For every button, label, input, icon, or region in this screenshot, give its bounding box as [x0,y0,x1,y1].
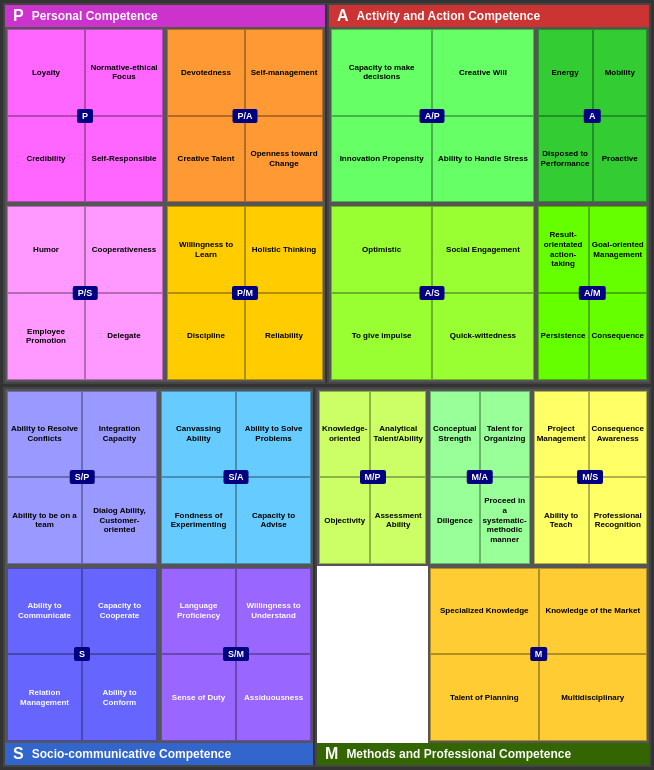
s-letter: S [13,745,24,763]
m-letter: M [325,745,338,763]
m1-badge: M/P [360,470,386,484]
a4-cell-4: Consequence [589,293,647,380]
m-block-3: Project Management Consequence Awareness… [532,389,649,566]
s4-cell-1: Language Proficiency [161,568,236,655]
m1-cell-1: Knowledge-oriented [319,391,370,478]
s-quadrant: Ability to Resolve Conflicts Integration… [3,387,315,768]
a3-badge: A/S [420,286,445,300]
a2-cell-3: Disposed to Performance [538,116,593,203]
m4-cell-2: Knowledge of the Market [539,568,647,655]
m2-cell-3: Diligence [430,477,480,564]
p3-cell-2: Cooperativeness [85,206,163,293]
m2-cell-4: Proceed in a systematic-methodic manner [480,477,530,564]
p1-cell-2: Normative-ethical Focus [85,29,163,116]
m2-badge: M/A [467,470,494,484]
s1-cell-1: Ability to Resolve Conflicts [7,391,82,478]
p3-badge: P/S [73,286,98,300]
s-block-1: Ability to Resolve Conflicts Integration… [5,389,159,566]
m-title: Methods and Professional Competence [346,747,571,761]
a4-cell-2: Goal-oriented Management [589,206,647,293]
s1-badge: S/P [70,470,95,484]
p2-cell-4: Openness toward Change [245,116,323,203]
m3-badge: M/S [577,470,603,484]
s4-cell-4: Assiduousness [236,654,311,741]
a1-cell-2: Creative Will [432,29,533,116]
m3-cell-2: Consequence Awareness [589,391,647,478]
s2-cell-4: Capacity to Advise [236,477,311,564]
m1-cell-3: Objectivity [319,477,370,564]
a2-badge: A [584,109,601,123]
m4-cell-1: Specialized Knowledge [430,568,538,655]
s3-badge: S [74,647,90,661]
m1-cell-2: Analytical Talent/Ability [370,391,426,478]
m-footer: M Methods and Professional Competence [317,743,649,765]
p4-cell-2: Holistic Thinking [245,206,323,293]
p1-cell-4: Self-Responsible [85,116,163,203]
a3-cell-4: Quick-wittedness [432,293,533,380]
a-title: Activity and Action Competence [357,9,541,23]
p2-cell-3: Creative Talent [167,116,245,203]
p1-cell-1: Loyalty [7,29,85,116]
a2-cell-2: Mobility [593,29,647,116]
p4-cell-3: Discipline [167,293,245,380]
m-quadrant: Knowledge-oriented Analytical Talent/Abi… [315,387,651,768]
s1-cell-3: Ability to be on a team [7,477,82,564]
p-title: Personal Competence [32,9,158,23]
a1-badge: A/P [420,109,445,123]
a1-cell-4: Ability to Handle Stress [432,116,533,203]
p-block-2: Devotedness Self-management Creative Tal… [165,27,325,204]
main-container: P Personal Competence Loyalty Normative-… [0,0,654,770]
a-block-3: Optimistic Social Engagement To give imp… [329,204,536,381]
p-quadrant: P Personal Competence Loyalty Normative-… [3,3,327,384]
a4-cell-3: Persistence [538,293,589,380]
m1-cell-4: Assessment Ability [370,477,426,564]
s-title: Socio-communicative Competence [32,747,231,761]
m-block-4: Specialized Knowledge Knowledge of the M… [428,566,649,743]
a-header: A Activity and Action Competence [329,5,649,27]
p1-cell-3: Credibility [7,116,85,203]
p3-cell-4: Delegate [85,293,163,380]
m4-badge: M [530,647,548,661]
m-block-1: Knowledge-oriented Analytical Talent/Abi… [317,389,428,566]
a2-cell-4: Proactive [593,116,647,203]
p-block-3: Humor Cooperativeness Employee Promotion… [5,204,165,381]
a2-cell-1: Energy [538,29,593,116]
p-block-4: Willingness to Learn Holistic Thinking D… [165,204,325,381]
p2-cell-2: Self-management [245,29,323,116]
s4-badge: S/M [223,647,249,661]
p-block-1: Loyalty Normative-ethical Focus Credibil… [5,27,165,204]
m2-cell-1: Conceptual Strength [430,391,480,478]
p4-cell-4: Reliability [245,293,323,380]
p4-cell-1: Willingness to Learn [167,206,245,293]
p-header: P Personal Competence [5,5,325,27]
s3-cell-1: Ability to Communicate [7,568,82,655]
p1-badge: P [77,109,93,123]
p2-cell-1: Devotedness [167,29,245,116]
m4-cell-3: Talent of Planning [430,654,538,741]
s-footer: S Socio-communicative Competence [5,743,313,765]
a1-cell-1: Capacity to make decisions [331,29,432,116]
s3-cell-2: Capacity to Cooperate [82,568,157,655]
a-block-2: Energy Mobility Disposed to Performance … [536,27,649,204]
a4-badge: A/M [579,286,606,300]
s-block-4: Language Proficiency Willingness to Unde… [159,566,313,743]
m4-cell-4: Multidisciplinary [539,654,647,741]
s2-badge: S/A [224,470,249,484]
s2-cell-3: Fondness of Experimenting [161,477,236,564]
s3-cell-3: Relation Management [7,654,82,741]
a3-cell-1: Optimistic [331,206,432,293]
m3-cell-1: Project Management [534,391,589,478]
s2-cell-2: Ability to Solve Problems [236,391,311,478]
p2-badge: P/A [232,109,257,123]
a-quadrant: A Activity and Action Competence Capacit… [327,3,651,384]
a-block-1: Capacity to make decisions Creative Will… [329,27,536,204]
s2-cell-1: Canvassing Ability [161,391,236,478]
m3-cell-3: Ability to Teach [534,477,589,564]
s-block-3: Ability to Communicate Capacity to Coope… [5,566,159,743]
a3-cell-3: To give impulse [331,293,432,380]
p-letter: P [13,7,24,25]
s4-cell-3: Sense of Duty [161,654,236,741]
a-letter: A [337,7,349,25]
m-block-2: Conceptual Strength Talent for Organizin… [428,389,532,566]
a1-cell-3: Innovation Propensity [331,116,432,203]
